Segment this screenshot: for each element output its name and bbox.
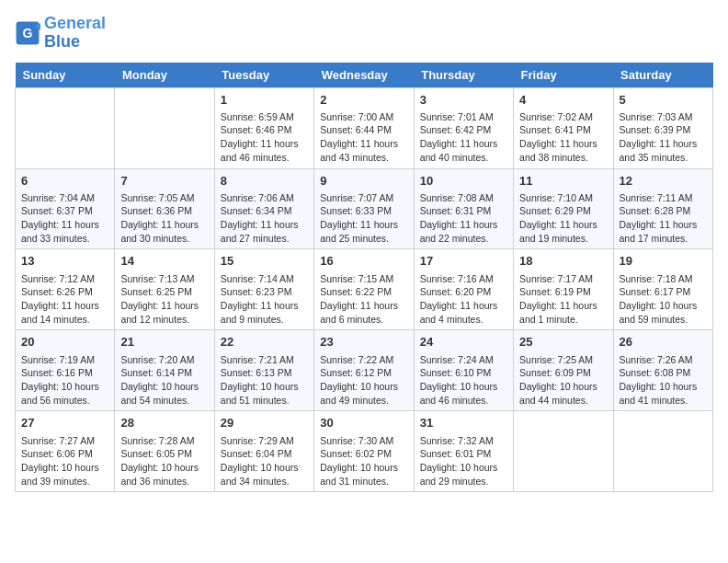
day-info: Sunrise: 7:03 AM Sunset: 6:39 PM Dayligh… <box>620 110 707 165</box>
day-number: 2 <box>320 92 407 109</box>
day-info: Sunrise: 7:06 AM Sunset: 6:34 PM Dayligh… <box>221 191 308 246</box>
logo: G GeneralBlue <box>15 15 106 52</box>
day-info: Sunrise: 7:28 AM Sunset: 6:05 PM Dayligh… <box>120 434 208 488</box>
day-number: 24 <box>420 334 507 350</box>
day-info: Sunrise: 7:05 AM Sunset: 6:36 PM Dayligh… <box>120 191 208 246</box>
calendar-week-row: 6Sunrise: 7:04 AM Sunset: 6:37 PM Daylig… <box>16 168 713 249</box>
day-info: Sunrise: 7:20 AM Sunset: 6:14 PM Dayligh… <box>120 353 208 408</box>
day-header-sunday: Sunday <box>16 63 115 88</box>
day-header-friday: Friday <box>514 63 613 88</box>
day-number: 28 <box>120 415 208 431</box>
calendar-cell: 3Sunrise: 7:01 AM Sunset: 6:42 PM Daylig… <box>414 87 513 168</box>
calendar-cell: 2Sunrise: 7:00 AM Sunset: 6:44 PM Daylig… <box>314 87 414 168</box>
calendar-cell: 5Sunrise: 7:03 AM Sunset: 6:39 PM Daylig… <box>613 87 712 168</box>
calendar-cell: 25Sunrise: 7:25 AM Sunset: 6:09 PM Dayli… <box>514 330 613 411</box>
day-number: 29 <box>221 415 308 431</box>
calendar-week-row: 1Sunrise: 6:59 AM Sunset: 6:46 PM Daylig… <box>16 87 713 168</box>
day-number: 31 <box>420 415 507 431</box>
day-info: Sunrise: 7:21 AM Sunset: 6:13 PM Dayligh… <box>221 353 308 408</box>
day-number: 13 <box>21 253 108 270</box>
calendar-header-row: SundayMondayTuesdayWednesdayThursdayFrid… <box>16 63 713 88</box>
day-info: Sunrise: 7:11 AM Sunset: 6:28 PM Dayligh… <box>620 191 707 246</box>
day-number: 5 <box>620 92 707 109</box>
day-number: 7 <box>120 173 208 190</box>
calendar-cell: 14Sunrise: 7:13 AM Sunset: 6:25 PM Dayli… <box>115 249 214 330</box>
day-header-thursday: Thursday <box>414 63 513 88</box>
calendar-cell: 4Sunrise: 7:02 AM Sunset: 6:41 PM Daylig… <box>514 87 613 168</box>
calendar-cell: 15Sunrise: 7:14 AM Sunset: 6:23 PM Dayli… <box>214 249 313 330</box>
calendar-table: SundayMondayTuesdayWednesdayThursdayFrid… <box>15 63 713 493</box>
day-number: 30 <box>320 415 407 431</box>
calendar-week-row: 27Sunrise: 7:27 AM Sunset: 6:06 PM Dayli… <box>16 411 713 492</box>
calendar-cell <box>514 411 613 492</box>
calendar-cell: 30Sunrise: 7:30 AM Sunset: 6:02 PM Dayli… <box>314 411 414 492</box>
calendar-week-row: 20Sunrise: 7:19 AM Sunset: 6:16 PM Dayli… <box>16 330 713 411</box>
calendar-cell: 19Sunrise: 7:18 AM Sunset: 6:17 PM Dayli… <box>613 249 712 330</box>
day-number: 14 <box>120 253 208 270</box>
day-number: 10 <box>420 173 507 190</box>
calendar-cell: 6Sunrise: 7:04 AM Sunset: 6:37 PM Daylig… <box>16 168 115 249</box>
calendar-cell: 20Sunrise: 7:19 AM Sunset: 6:16 PM Dayli… <box>16 330 115 411</box>
calendar-cell: 23Sunrise: 7:22 AM Sunset: 6:12 PM Dayli… <box>314 330 414 411</box>
day-info: Sunrise: 7:29 AM Sunset: 6:04 PM Dayligh… <box>221 434 308 488</box>
day-info: Sunrise: 7:32 AM Sunset: 6:01 PM Dayligh… <box>420 434 507 488</box>
calendar-cell: 29Sunrise: 7:29 AM Sunset: 6:04 PM Dayli… <box>214 411 313 492</box>
day-number: 8 <box>221 173 308 190</box>
day-number: 9 <box>320 173 407 190</box>
calendar-cell: 21Sunrise: 7:20 AM Sunset: 6:14 PM Dayli… <box>115 330 214 411</box>
day-info: Sunrise: 7:26 AM Sunset: 6:08 PM Dayligh… <box>620 353 707 408</box>
calendar-cell: 1Sunrise: 6:59 AM Sunset: 6:46 PM Daylig… <box>214 87 313 168</box>
day-number: 22 <box>221 334 308 350</box>
day-info: Sunrise: 7:14 AM Sunset: 6:23 PM Dayligh… <box>221 272 308 327</box>
calendar-cell: 22Sunrise: 7:21 AM Sunset: 6:13 PM Dayli… <box>214 330 313 411</box>
day-header-wednesday: Wednesday <box>314 63 414 88</box>
calendar-cell: 11Sunrise: 7:10 AM Sunset: 6:29 PM Dayli… <box>514 168 613 249</box>
day-number: 18 <box>519 253 607 270</box>
day-header-saturday: Saturday <box>613 63 712 88</box>
day-info: Sunrise: 7:02 AM Sunset: 6:41 PM Dayligh… <box>519 110 607 165</box>
logo-icon: G <box>15 20 40 46</box>
calendar-cell: 16Sunrise: 7:15 AM Sunset: 6:22 PM Dayli… <box>314 249 414 330</box>
calendar-cell: 18Sunrise: 7:17 AM Sunset: 6:19 PM Dayli… <box>514 249 613 330</box>
calendar-cell: 9Sunrise: 7:07 AM Sunset: 6:33 PM Daylig… <box>314 168 414 249</box>
day-number: 15 <box>221 253 308 270</box>
day-info: Sunrise: 7:30 AM Sunset: 6:02 PM Dayligh… <box>320 434 407 488</box>
day-number: 3 <box>420 92 507 109</box>
day-info: Sunrise: 7:27 AM Sunset: 6:06 PM Dayligh… <box>21 434 108 488</box>
day-info: Sunrise: 7:07 AM Sunset: 6:33 PM Dayligh… <box>320 191 407 246</box>
day-info: Sunrise: 7:00 AM Sunset: 6:44 PM Dayligh… <box>320 110 407 165</box>
calendar-cell: 26Sunrise: 7:26 AM Sunset: 6:08 PM Dayli… <box>613 330 712 411</box>
day-number: 1 <box>221 92 308 109</box>
page-header: G GeneralBlue <box>15 15 713 52</box>
day-info: Sunrise: 7:19 AM Sunset: 6:16 PM Dayligh… <box>21 353 108 408</box>
day-info: Sunrise: 7:24 AM Sunset: 6:10 PM Dayligh… <box>420 353 507 408</box>
day-number: 23 <box>320 334 407 350</box>
day-info: Sunrise: 7:04 AM Sunset: 6:37 PM Dayligh… <box>21 191 108 246</box>
calendar-cell: 31Sunrise: 7:32 AM Sunset: 6:01 PM Dayli… <box>414 411 513 492</box>
day-number: 6 <box>21 173 108 190</box>
calendar-cell <box>613 411 712 492</box>
day-info: Sunrise: 6:59 AM Sunset: 6:46 PM Dayligh… <box>221 110 308 165</box>
day-number: 20 <box>21 334 108 350</box>
day-info: Sunrise: 7:18 AM Sunset: 6:17 PM Dayligh… <box>620 272 707 327</box>
day-info: Sunrise: 7:16 AM Sunset: 6:20 PM Dayligh… <box>420 272 507 327</box>
day-number: 27 <box>21 415 108 431</box>
day-info: Sunrise: 7:22 AM Sunset: 6:12 PM Dayligh… <box>320 353 407 408</box>
calendar-cell <box>16 87 115 168</box>
day-info: Sunrise: 7:12 AM Sunset: 6:26 PM Dayligh… <box>21 272 108 327</box>
calendar-cell: 27Sunrise: 7:27 AM Sunset: 6:06 PM Dayli… <box>16 411 115 492</box>
calendar-cell <box>115 87 214 168</box>
calendar-cell: 28Sunrise: 7:28 AM Sunset: 6:05 PM Dayli… <box>115 411 214 492</box>
calendar-cell: 24Sunrise: 7:24 AM Sunset: 6:10 PM Dayli… <box>414 330 513 411</box>
calendar-cell: 13Sunrise: 7:12 AM Sunset: 6:26 PM Dayli… <box>16 249 115 330</box>
day-number: 12 <box>620 173 707 190</box>
calendar-cell: 7Sunrise: 7:05 AM Sunset: 6:36 PM Daylig… <box>115 168 214 249</box>
day-info: Sunrise: 7:10 AM Sunset: 6:29 PM Dayligh… <box>519 191 607 246</box>
day-info: Sunrise: 7:08 AM Sunset: 6:31 PM Dayligh… <box>420 191 507 246</box>
day-info: Sunrise: 7:13 AM Sunset: 6:25 PM Dayligh… <box>120 272 208 327</box>
calendar-cell: 17Sunrise: 7:16 AM Sunset: 6:20 PM Dayli… <box>414 249 513 330</box>
calendar-cell: 12Sunrise: 7:11 AM Sunset: 6:28 PM Dayli… <box>613 168 712 249</box>
day-info: Sunrise: 7:25 AM Sunset: 6:09 PM Dayligh… <box>519 353 607 408</box>
svg-text:G: G <box>23 25 33 40</box>
day-number: 11 <box>519 173 607 190</box>
